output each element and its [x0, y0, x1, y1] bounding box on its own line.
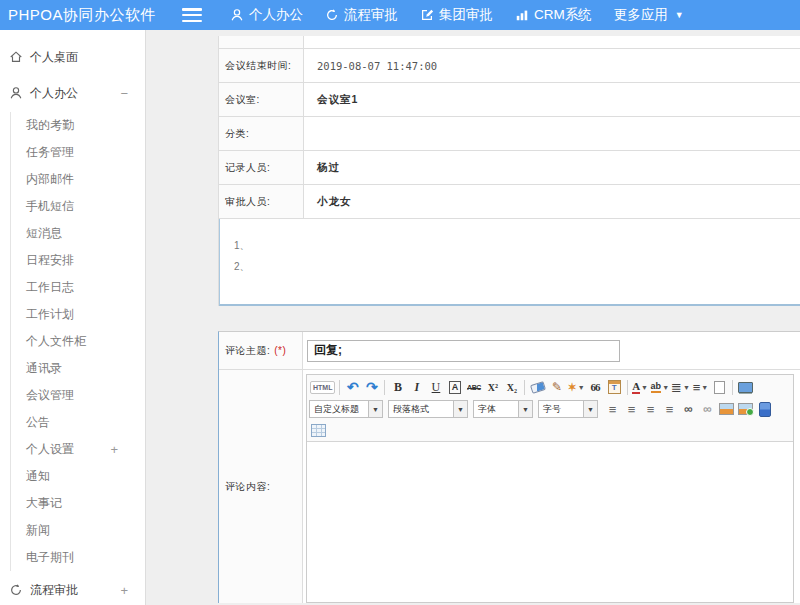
caret-down-icon: ▼ [641, 384, 648, 391]
link-icon[interactable]: ∞ [680, 400, 697, 418]
home-icon [9, 50, 23, 64]
upload-image-icon[interactable] [738, 403, 753, 415]
recorder-value: 杨过 [317, 161, 340, 175]
sidebar-item-label: 新闻 [26, 522, 50, 539]
font-color-icon: A [632, 380, 640, 394]
custom-title-select[interactable]: 自定义标题 ▼ [309, 400, 383, 418]
sidebar-submenu: 我的考勤 任务管理 内部邮件 手机短信 短消息 日程安排 工作日志 工作计划 个… [10, 112, 145, 571]
sidebar-item-workflow-approval[interactable]: 流程审批 + [0, 575, 145, 605]
bold-icon[interactable]: B [389, 378, 406, 396]
undo-icon[interactable]: ↶ [344, 378, 361, 396]
editor-content-area[interactable] [307, 442, 793, 602]
field-label: 评论主题: [225, 344, 270, 358]
align-center-icon[interactable]: ≡ [623, 400, 640, 418]
nav-personal-office[interactable]: 个人办公 [230, 6, 303, 24]
sidebar-item-label: 个人桌面 [30, 49, 78, 66]
align-left-icon[interactable]: ≡ [604, 400, 621, 418]
main-content: 会议结束时间: 2019-08-07 11:47:00 会议室: 会议室1 分类… [147, 30, 800, 605]
nav-crm-system[interactable]: CRM系统 [515, 6, 592, 24]
redo-icon[interactable]: ↷ [363, 378, 380, 396]
sidebar-item-announcement[interactable]: 公告 [26, 409, 145, 436]
font-border-icon[interactable]: A [449, 381, 462, 394]
sidebar-item-personal-desktop[interactable]: 个人桌面 [0, 42, 145, 72]
hamburger-menu-icon[interactable] [182, 8, 202, 22]
sidebar-item-label: 任务管理 [26, 144, 74, 161]
ordered-list-dropdown[interactable]: ≣▼ [671, 378, 690, 396]
italic-icon[interactable]: I [408, 378, 425, 396]
expand-icon[interactable]: + [110, 442, 118, 457]
paste-as-text-icon[interactable]: T [608, 380, 621, 394]
align-justify-icon[interactable]: ≡ [661, 400, 678, 418]
sidebar-item-news[interactable]: 新闻 [26, 517, 145, 544]
top-nav: 个人办公 流程审批 集团审批 CRM系统 更多应用 ▼ [230, 6, 684, 24]
select-value: 段落格式 [389, 401, 453, 417]
sidebar-item-e-journal[interactable]: 电子期刊 [26, 544, 145, 571]
eraser-icon[interactable] [530, 381, 546, 394]
sidebar-item-work-plan[interactable]: 工作计划 [26, 301, 145, 328]
nav-label: 流程审批 [344, 6, 398, 24]
sidebar-item-notice[interactable]: 通知 [26, 463, 145, 490]
caret-down-icon: ▼ [368, 401, 382, 417]
nav-more-apps[interactable]: 更多应用 ▼ [614, 6, 684, 24]
app-title: PHPOA协同办公软件 [0, 6, 182, 25]
field-label: 记录人员: [219, 151, 304, 184]
sidebar-item-contacts[interactable]: 通讯录 [26, 355, 145, 382]
sidebar-item-short-message[interactable]: 短消息 [26, 220, 145, 247]
nav-label: CRM系统 [534, 6, 592, 24]
unordered-list-dropdown[interactable]: ≡▼ [692, 378, 709, 396]
sidebar-item-personal-office[interactable]: 个人办公 − [0, 78, 145, 108]
select-value: 字号 [539, 401, 583, 417]
sidebar-item-meeting-management[interactable]: 会议管理 [26, 382, 145, 409]
comment-content-row: 评论内容: HTML ↶ ↷ B I [219, 370, 800, 603]
font-size-select[interactable]: 字号 ▼ [538, 400, 598, 418]
expand-icon[interactable]: + [120, 583, 128, 598]
person-icon [9, 86, 23, 100]
collapse-icon[interactable]: − [120, 86, 128, 101]
editor-toolbar: HTML ↶ ↷ B I U A ABC X² [307, 375, 793, 442]
cycle-icon [9, 583, 23, 597]
insert-table-icon[interactable] [311, 424, 326, 437]
blockquote-icon[interactable]: 66 [587, 378, 604, 396]
auto-typeset-dropdown[interactable]: ✶▼ [567, 378, 584, 396]
insert-image-icon[interactable] [719, 403, 734, 415]
nav-label: 更多应用 [614, 6, 668, 24]
sidebar-item-label: 手机短信 [26, 198, 74, 215]
approver-row: 审批人员: 小龙女 [219, 185, 800, 219]
font-family-select[interactable]: 字体 ▼ [473, 400, 533, 418]
field-label: 会议室: [219, 83, 304, 116]
table-row-partial [219, 36, 800, 49]
strikethrough-icon[interactable]: ABC [465, 378, 482, 396]
superscript-icon[interactable]: X² [484, 378, 501, 396]
sidebar-item-task-management[interactable]: 任务管理 [26, 139, 145, 166]
paragraph-format-select[interactable]: 段落格式 ▼ [388, 400, 468, 418]
sidebar-item-personal-file-cabinet[interactable]: 个人文件柜 [26, 328, 145, 355]
sidebar-item-internal-mail[interactable]: 内部邮件 [26, 166, 145, 193]
rich-text-editor: HTML ↶ ↷ B I U A ABC X² [306, 374, 794, 603]
sidebar-item-my-attendance[interactable]: 我的考勤 [26, 112, 145, 139]
underline-icon[interactable]: U [427, 378, 444, 396]
nav-workflow-approval[interactable]: 流程审批 [325, 6, 398, 24]
insert-media-icon[interactable] [759, 402, 771, 417]
field-label: 评论内容: [219, 370, 303, 603]
comment-subject-input[interactable] [307, 340, 620, 362]
html-source-button[interactable]: HTML [310, 381, 335, 394]
sidebar-item-work-log[interactable]: 工作日志 [26, 274, 145, 301]
meeting-end-time-row: 会议结束时间: 2019-08-07 11:47:00 [219, 49, 800, 83]
fullscreen-monitor-icon[interactable] [738, 382, 753, 393]
new-page-icon[interactable] [714, 381, 725, 394]
sidebar-item-personal-settings[interactable]: 个人设置+ [26, 436, 145, 463]
sidebar-item-label: 大事记 [26, 495, 62, 512]
subscript-icon[interactable]: X₂ [503, 378, 520, 396]
meeting-room-value: 会议室1 [317, 93, 358, 107]
sidebar-item-label: 我的考勤 [26, 117, 74, 134]
nav-group-approval[interactable]: 集团审批 [420, 6, 493, 24]
format-brush-icon[interactable]: ✎ [548, 378, 565, 396]
highlight-dropdown[interactable]: ab▼ [651, 378, 669, 396]
align-right-icon[interactable]: ≡ [642, 400, 659, 418]
sidebar-item-mobile-sms[interactable]: 手机短信 [26, 193, 145, 220]
sidebar-item-schedule[interactable]: 日程安排 [26, 247, 145, 274]
font-color-dropdown[interactable]: A▼ [632, 378, 649, 396]
magic-wand-icon: ✶ [567, 381, 576, 394]
unlink-icon[interactable]: ∞ [699, 400, 716, 418]
sidebar-item-memorabilia[interactable]: 大事记 [26, 490, 145, 517]
